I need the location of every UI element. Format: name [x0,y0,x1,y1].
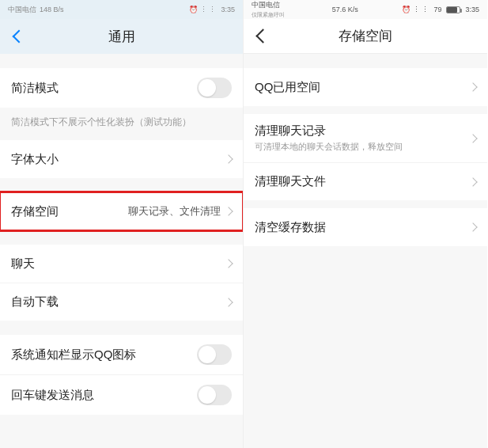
status-icons: ⏰ ⋮ ⋮ [189,6,216,13]
battery-icon [446,6,460,13]
right-screenshot: 中国电信 仅限紧急呼叫 57.6 K/s ⏰ ⋮ ⋮ 79 3:35 存储空间 … [244,0,487,448]
back-button[interactable] [0,19,35,54]
net-speed: 148 B/s [40,6,64,13]
chevron-right-icon [468,177,477,186]
carrier-sub: 仅限紧急呼叫 [252,12,285,17]
simple-mode-caption: 简洁模式下不展示个性化装扮（测试功能） [0,108,243,140]
row-auto-download[interactable]: 自动下载 [0,283,243,321]
page-title: 通用 [0,28,243,46]
toggle-enter-send[interactable] [197,385,232,405]
row-label: 清空缓存数据 [255,220,326,235]
row-label: 聊天 [11,256,35,271]
row-clear-files[interactable]: 清理聊天文件 [244,162,487,200]
row-clear-cache[interactable]: 清空缓存数据 [244,208,487,246]
row-label: 清理聊天文件 [255,174,326,189]
left-screenshot: 中国电信 148 B/s ⏰ ⋮ ⋮ 3:35 通用 简洁模式 简洁模式下不展示… [0,0,244,448]
row-label: 简洁模式 [11,81,59,96]
navbar: 存储空间 [244,19,487,54]
page-title: 存储空间 [244,27,487,45]
net-speed: 57.6 K/s [332,6,358,13]
row-label: QQ已用空间 [255,80,320,95]
row-label: 存储空间 [11,204,59,219]
carrier-text: 中国电信 [8,5,36,15]
row-font-size[interactable]: 字体大小 [0,140,243,178]
chevron-right-icon [224,298,233,306]
chevron-left-icon [13,30,26,44]
status-time: 3:35 [465,6,479,13]
row-chat[interactable]: 聊天 [0,245,243,283]
back-button[interactable] [244,19,278,54]
row-show-qq-icon[interactable]: 系统通知栏显示QQ图标 [0,335,243,374]
toggle-show-qq-icon[interactable] [197,344,232,365]
status-bar: 中国电信 仅限紧急呼叫 57.6 K/s ⏰ ⋮ ⋮ 79 3:35 [244,0,487,19]
battery-pct: 79 [433,6,441,13]
carrier-text: 中国电信 [252,2,280,9]
row-subtitle: 可清理本地的聊天会话数据，释放空间 [255,141,403,153]
row-label: 字体大小 [11,152,59,167]
chevron-left-icon [255,28,270,43]
chevron-right-icon [468,222,477,231]
navbar: 通用 [0,19,243,54]
chevron-right-icon [468,134,477,142]
chevron-right-icon [224,259,233,268]
chevron-right-icon [468,82,477,91]
row-enter-send[interactable]: 回车键发送消息 [0,374,243,415]
status-time: 3:35 [221,6,235,13]
row-label: 系统通知栏显示QQ图标 [11,347,136,363]
row-qq-used[interactable]: QQ已用空间 [244,68,487,106]
row-clear-history[interactable]: 清理聊天记录 可清理本地的聊天会话数据，释放空间 [244,114,487,162]
status-bar: 中国电信 148 B/s ⏰ ⋮ ⋮ 3:35 [0,0,243,19]
row-value: 聊天记录、文件清理 [128,204,221,218]
chevron-right-icon [224,154,233,163]
row-label: 回车键发送消息 [11,388,94,403]
row-label: 自动下载 [11,294,59,309]
row-storage[interactable]: 存储空间 聊天记录、文件清理 [0,192,243,230]
row-label: 清理聊天记录 [255,123,403,139]
toggle-simple-mode[interactable] [197,78,232,98]
chevron-right-icon [224,207,233,215]
status-icons: ⏰ ⋮ ⋮ [402,6,429,13]
row-simple-mode[interactable]: 简洁模式 [0,68,243,108]
